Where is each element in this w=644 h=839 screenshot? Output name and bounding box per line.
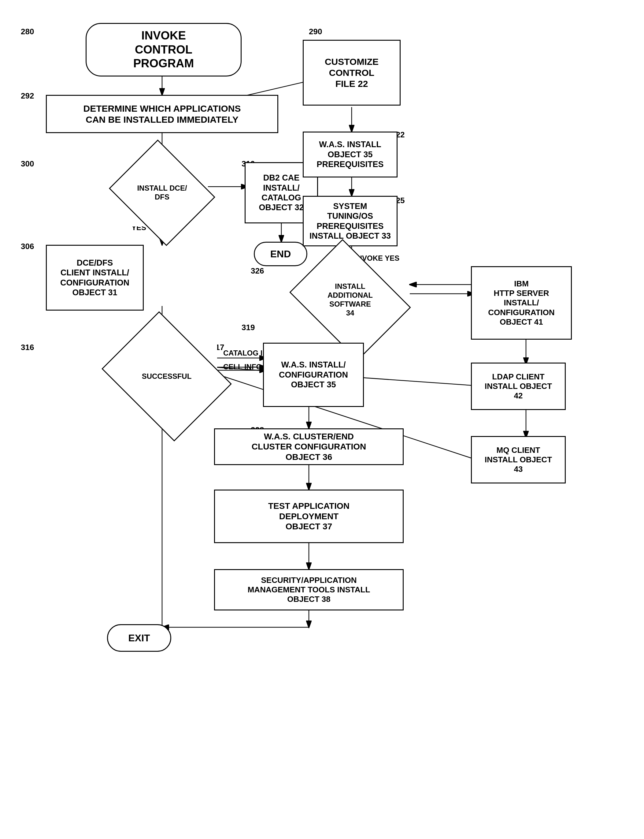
ldap-client-label: LDAP CLIENTINSTALL OBJECT42: [485, 372, 552, 401]
was-install-label: W.A.S. INSTALL/CONFIGURATIONOBJECT 35: [279, 360, 348, 390]
was-install-box: W.A.S. INSTALL/CONFIGURATIONOBJECT 35: [263, 343, 364, 407]
label-316: 316: [21, 343, 34, 352]
label-306: 306: [21, 242, 34, 251]
determine-apps-label: DETERMINE WHICH APPLICATIONSCAN BE INSTA…: [84, 103, 241, 125]
was-cluster-label: W.A.S. CLUSTER/ENDCLUSTER CONFIGURATIONO…: [252, 431, 366, 462]
ibm-http-label: IBMHTTP SERVERINSTALL/CONFIGURATIONOBJEC…: [488, 279, 555, 327]
test-app-label: TEST APPLICATIONDEPLOYMENTOBJECT 37: [268, 501, 350, 532]
label-280: 280: [21, 27, 34, 36]
db2-cae-label: DB2 CAEINSTALL/CATALOGOBJECT 32: [259, 173, 304, 213]
security-mgmt-box: SECURITY/APPLICATIONMANAGEMENT TOOLS INS…: [214, 569, 404, 610]
system-tuning-label: SYSTEMTUNING/OSPREREQUISITESINSTALL OBJE…: [309, 201, 391, 241]
label-326: 326: [251, 266, 264, 276]
customize-control-label: CUSTOMIZECONTROLFILE 22: [325, 56, 379, 89]
successful-diamond: SUCCESSFUL: [116, 337, 217, 416]
test-app-box: TEST APPLICATIONDEPLOYMENTOBJECT 37: [214, 490, 404, 543]
label-cell-info: CELL INFO: [223, 363, 262, 371]
ibm-http-box: IBMHTTP SERVERINSTALL/CONFIGURATIONOBJEC…: [471, 266, 572, 340]
exit-box: EXIT: [107, 624, 171, 652]
mq-client-box: MQ CLIENTINSTALL OBJECT43: [471, 436, 566, 484]
mq-client-label: MQ CLIENTINSTALL OBJECT43: [485, 446, 552, 474]
exit-label: EXIT: [128, 632, 150, 644]
ldap-client-box: LDAP CLIENTINSTALL OBJECT42: [471, 363, 566, 410]
end-box: END: [254, 242, 307, 266]
customize-control-file-box: CUSTOMIZECONTROLFILE 22: [303, 40, 401, 105]
label-300: 300: [21, 159, 34, 169]
determine-apps-box: DETERMINE WHICH APPLICATIONSCAN BE INSTA…: [46, 95, 278, 133]
install-additional-diamond: INSTALLADDITIONALSOFTWARE34: [303, 263, 398, 337]
label-292: 292: [21, 91, 34, 101]
security-mgmt-label: SECURITY/APPLICATIONMANAGEMENT TOOLS INS…: [248, 576, 370, 604]
label-290: 290: [309, 27, 322, 36]
dce-dfs-client-label: DCE/DFSCLIENT INSTALL/CONFIGURATIONOBJEC…: [60, 258, 129, 298]
was-prereq-label: W.A.S. INSTALLOBJECT 35PREREQUISITES: [317, 140, 383, 169]
install-dce-label: INSTALL DCE/DFS: [137, 184, 187, 202]
end-label: END: [270, 248, 291, 260]
system-tuning-box: SYSTEMTUNING/OSPREREQUISITESINSTALL OBJE…: [303, 196, 398, 246]
install-dce-diamond: INSTALL DCE/DFS: [122, 159, 202, 226]
label-319: 319: [242, 323, 255, 332]
invoke-control-label: INVOKECONTROLPROGRAM: [133, 29, 194, 71]
invoke-control-program-box: INVOKECONTROLPROGRAM: [85, 23, 242, 76]
was-prereq-box: W.A.S. INSTALLOBJECT 35PREREQUISITES: [303, 132, 398, 178]
dce-dfs-client-box: DCE/DFSCLIENT INSTALL/CONFIGURATIONOBJEC…: [46, 245, 144, 311]
successful-label: SUCCESSFUL: [142, 372, 192, 381]
install-additional-label: INSTALLADDITIONALSOFTWARE34: [327, 282, 373, 317]
was-cluster-box: W.A.S. CLUSTER/ENDCLUSTER CONFIGURATIONO…: [214, 428, 404, 465]
flowchart-diagram: 280 290 292 300 310 304 306 320 322 325 …: [0, 0, 644, 839]
